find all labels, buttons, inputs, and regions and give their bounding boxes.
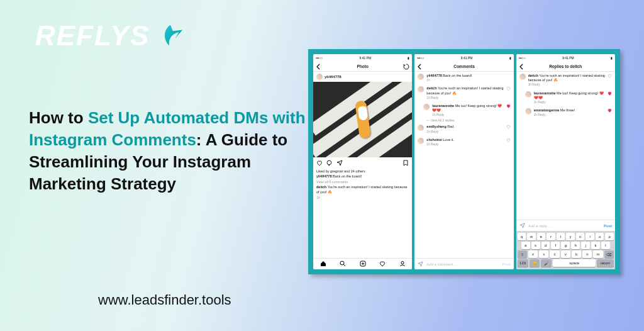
battery-icon: ▮ <box>611 56 613 60</box>
key[interactable]: a <box>521 242 530 249</box>
key[interactable]: d <box>541 242 550 249</box>
key[interactable]: o <box>596 233 604 240</box>
key[interactable]: n <box>582 250 592 258</box>
avatar <box>418 125 424 131</box>
add-post-icon[interactable] <box>360 261 366 267</box>
keyboard: qwertyuiopasdfghjkl⇧zxcvbnm⌫123😊🎤spacere… <box>516 231 615 269</box>
like-comment-icon[interactable] <box>506 138 511 147</box>
comment-icon[interactable] <box>326 160 333 167</box>
key[interactable]: p <box>605 233 614 240</box>
post-time: 1h <box>313 196 412 201</box>
comment-text: emillyzheng Rad. 1h Reply <box>426 125 503 133</box>
like-comment-icon[interactable] <box>506 125 511 133</box>
post-button[interactable]: Post <box>604 224 612 228</box>
key[interactable]: j <box>581 242 590 249</box>
like-comment-icon[interactable] <box>506 86 511 100</box>
key[interactable]: w <box>527 233 536 240</box>
headline-prefix: How to <box>29 108 88 127</box>
shift-key[interactable]: ⇧ <box>518 250 527 258</box>
back-icon[interactable] <box>519 64 525 70</box>
like-comment-icon[interactable] <box>608 91 612 105</box>
comment-text: deitch You're such an inspiration! I sta… <box>528 74 605 87</box>
comment-row[interactable]: emmatangerine Me three! 1h Reply <box>516 106 615 119</box>
avatar <box>418 86 424 93</box>
share-icon[interactable] <box>418 261 423 267</box>
avatar <box>423 104 430 110</box>
status-bar: •••○○ 9:41 PM ▮ <box>414 54 513 62</box>
comment-row[interactable]: deitch You're such an inspiration! I sta… <box>414 84 513 102</box>
reply-input[interactable]: Add a reply… <box>528 224 601 228</box>
key[interactable]: t <box>557 233 565 240</box>
mic-key[interactable]: 🎤 <box>541 259 552 267</box>
key[interactable]: y <box>566 233 575 240</box>
avatar <box>316 74 323 80</box>
avatar <box>525 91 531 98</box>
like-comment-icon[interactable] <box>608 108 612 117</box>
phone-photo: •••○○ 9:41 PM ▮ Photo yli464778 <box>313 54 412 269</box>
like-comment-icon[interactable] <box>506 104 511 118</box>
svg-point-2 <box>401 262 404 264</box>
key[interactable]: m <box>593 250 602 258</box>
return-key[interactable]: return <box>597 259 614 267</box>
comment-row[interactable]: emillyzheng Rad. 1h Reply <box>414 123 513 135</box>
key[interactable]: r <box>547 233 555 240</box>
comment-row[interactable]: chchoitoi Love it. 1h Reply <box>414 136 513 149</box>
key[interactable]: q <box>518 233 526 240</box>
key[interactable]: k <box>591 242 600 249</box>
profile-icon[interactable] <box>399 261 406 267</box>
search-icon[interactable] <box>340 261 346 267</box>
comment-row[interactable]: deitch You're such an inspiration! I sta… <box>516 72 615 89</box>
post-actions <box>313 157 412 169</box>
key[interactable]: l <box>601 242 610 249</box>
bookmark-icon[interactable] <box>402 160 409 167</box>
view-comments-link[interactable]: View all 5 comments <box>313 180 412 185</box>
space-key[interactable]: space <box>553 259 596 267</box>
nav-title: Photo <box>322 64 403 69</box>
status-time: 9:41 PM <box>360 56 372 60</box>
avatar <box>418 74 424 80</box>
key[interactable]: e <box>537 233 546 240</box>
phones-showcase: •••○○ 9:41 PM ▮ Photo yli464778 <box>308 49 620 274</box>
comment-row[interactable]: laurenanrette Me too! Keep going strong!… <box>516 89 615 107</box>
signal-icon: •••○○ <box>316 56 323 60</box>
key[interactable]: x <box>539 250 548 258</box>
heart-icon[interactable] <box>316 160 323 167</box>
likes-text[interactable]: Liked by gregmar and 24 others <box>313 169 412 174</box>
key[interactable]: u <box>576 233 585 240</box>
key[interactable]: f <box>551 242 560 249</box>
share-icon[interactable] <box>336 160 343 167</box>
activity-icon[interactable] <box>379 261 386 267</box>
comment-input[interactable]: Add a comment… <box>426 262 499 266</box>
comment-meta: 1h Reply <box>426 96 503 100</box>
key[interactable]: s <box>531 242 540 249</box>
post-button[interactable]: Post <box>502 262 511 266</box>
status-time: 9:41 PM <box>562 56 574 60</box>
emoji-key[interactable]: 😊 <box>530 259 540 267</box>
comment-row[interactable]: laurenanrette Me too! Keep going strong!… <box>414 102 513 120</box>
key[interactable]: h <box>571 242 580 249</box>
key[interactable]: c <box>550 250 559 258</box>
back-icon[interactable] <box>316 64 322 70</box>
refresh-icon[interactable] <box>403 64 409 70</box>
avatar <box>519 74 526 80</box>
like-comment-icon[interactable] <box>608 74 612 87</box>
key[interactable]: g <box>561 242 570 249</box>
delete-key[interactable]: ⌫ <box>604 250 614 258</box>
battery-icon: ▮ <box>408 56 409 60</box>
key[interactable]: i <box>586 233 594 240</box>
home-icon[interactable] <box>320 261 326 267</box>
key[interactable]: b <box>572 250 581 258</box>
post-header[interactable]: yli464778 <box>313 72 412 82</box>
post-image[interactable] <box>313 82 412 157</box>
nav-bar: Photo <box>313 62 412 72</box>
logo-text: REFLYS <box>35 20 150 52</box>
numbers-key[interactable]: 123 <box>518 259 528 267</box>
post-caption: yli464778 Back on the board! <box>313 174 412 180</box>
back-icon[interactable] <box>417 64 423 70</box>
comment-meta: 1h Reply <box>426 143 503 147</box>
key[interactable]: z <box>528 250 538 258</box>
key[interactable]: v <box>561 250 570 258</box>
comment-row[interactable]: yli464778 Back on the board! 1h <box>414 72 513 84</box>
view-replies-link[interactable]: — View All 2 replies <box>414 118 513 122</box>
share-icon[interactable] <box>519 223 525 228</box>
